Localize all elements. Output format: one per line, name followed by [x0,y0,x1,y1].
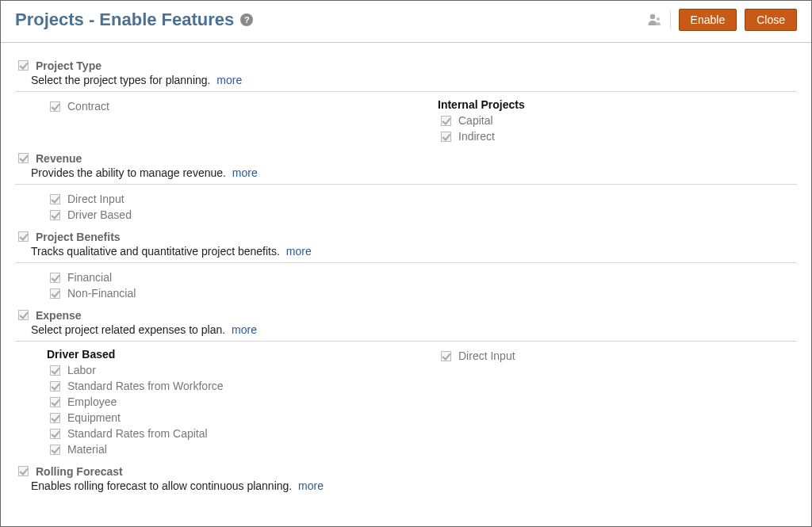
section-rule [15,184,797,185]
section-rule [15,91,797,92]
option-label: Contract [67,98,109,114]
option-label: Capital [458,113,493,128]
section-project-type: Project Type Select the project types fo… [15,58,797,144]
section-desc-text: Select the project types for planning. [31,74,210,86]
section-revenue: Revenue Provides the ability to manage r… [15,151,797,223]
content-scroll[interactable]: Project Type Select the project types fo… [1,42,811,526]
option-label: Labor [67,362,96,378]
option-row: Standard Rates from Capital [47,426,406,441]
option-row: Employee [47,394,406,410]
checkbox-non-financial[interactable] [50,288,60,299]
checkbox-std-rates-workforce[interactable] [50,381,60,391]
header-bar: Projects - Enable Features ? Enable Clos… [1,1,811,43]
option-label: Employee [67,394,117,410]
svg-point-0 [649,14,654,19]
checkbox-driver-based[interactable] [50,210,60,220]
option-row: Non-Financial [47,285,406,301]
option-label: Non-Financial [67,285,136,301]
option-label: Indirect [458,128,495,144]
checkbox-material[interactable] [50,445,60,455]
checkbox-revenue[interactable] [18,153,29,163]
svg-point-1 [657,17,660,21]
section-desc-text: Enables rolling forecast to allow contin… [31,479,292,492]
checkbox-contract[interactable] [50,101,60,112]
close-button[interactable]: Close [745,9,797,31]
section-desc: Enables rolling forecast to allow contin… [31,479,797,492]
section-rule [15,341,797,342]
section-desc-text: Provides the ability to manage revenue. [31,166,226,179]
option-row: Equipment [47,410,406,426]
checkbox-std-rates-capital[interactable] [50,429,60,439]
option-label: Material [67,441,107,457]
option-label: Driver Based [67,207,132,223]
checkbox-project-benefits[interactable] [18,231,29,242]
subgroup-title: Driver Based [47,348,406,361]
section-desc-text: Select project related expenses to plan. [31,323,225,336]
option-row: Direct Input [47,191,406,207]
option-label: Direct Input [67,191,124,207]
checkbox-labor[interactable] [50,365,60,376]
section-title: Expense [36,309,82,322]
checkbox-financial[interactable] [50,273,60,283]
section-title: Project Benefits [36,231,121,243]
option-row: Indirect [438,128,797,144]
option-row: Capital [438,113,797,128]
checkbox-indirect[interactable] [441,132,451,142]
option-row: Financial [47,269,406,285]
checkbox-direct-input[interactable] [50,194,60,204]
checkbox-expense[interactable] [18,310,29,320]
section-desc: Tracks qualitative and quantitative proj… [31,245,797,258]
section-desc-text: Tracks qualitative and quantitative proj… [31,245,280,258]
option-label: Standard Rates from Workforce [67,378,224,394]
checkbox-project-type[interactable] [18,60,29,71]
section-rolling-forecast: Rolling Forecast Enables rolling forecas… [15,464,797,492]
checkbox-employee[interactable] [50,397,60,407]
option-row: Contract [47,98,406,114]
section-rule [15,262,797,263]
option-row: Driver Based [47,207,406,223]
title-wrap: Projects - Enable Features ? [15,10,253,30]
option-label: Financial [67,269,112,285]
header-actions: Enable Close [646,9,797,31]
more-link[interactable]: more [286,245,312,258]
user-icon[interactable] [646,12,662,28]
section-desc: Select project related expenses to plan.… [31,323,797,336]
option-row: Standard Rates from Workforce [47,378,406,394]
option-label: Equipment [67,410,121,426]
checkbox-rolling-forecast[interactable] [18,466,29,476]
option-label: Standard Rates from Capital [67,426,208,441]
section-title: Project Type [36,59,102,72]
section-title: Revenue [36,152,82,165]
divider [670,10,671,29]
section-desc: Select the project types for planning. m… [31,74,797,86]
checkbox-direct-input-expense[interactable] [441,351,451,361]
section-expense: Expense Select project related expenses … [15,307,797,457]
option-row: Material [47,441,406,457]
option-row: Direct Input [438,348,797,364]
page-title: Projects - Enable Features [15,10,234,30]
section-title: Rolling Forecast [36,465,123,478]
more-link[interactable]: more [232,166,258,179]
checkbox-capital[interactable] [441,116,451,126]
help-icon[interactable]: ? [240,13,253,26]
more-link[interactable]: more [216,74,242,86]
more-link[interactable]: more [298,479,324,492]
enable-button[interactable]: Enable [679,9,737,31]
option-label: Direct Input [458,348,515,364]
more-link[interactable]: more [232,323,257,336]
option-row: Labor [47,362,406,378]
subgroup-title: Internal Projects [438,98,797,111]
section-desc: Provides the ability to manage revenue. … [31,166,797,179]
checkbox-equipment[interactable] [50,413,60,423]
section-project-benefits: Project Benefits Tracks qualitative and … [15,229,797,301]
